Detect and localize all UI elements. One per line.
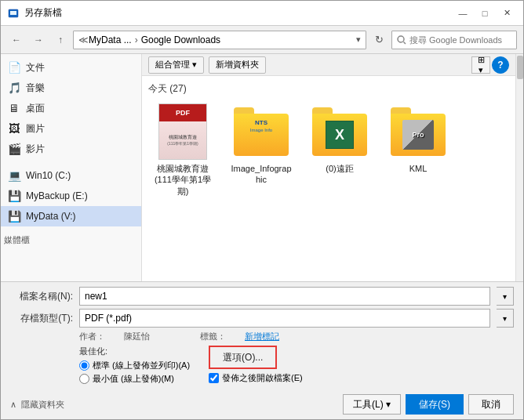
breadcrumb-part2: Google Downloads [141, 34, 220, 45]
hidden-folder-label: 隱藏資料夾 [21, 399, 64, 411]
drive-v-icon: 💾 [7, 209, 21, 223]
save-button[interactable]: 儲存(S) [406, 394, 464, 415]
action-buttons: 工具(L) ▾ 儲存(S) 取消 [343, 394, 514, 415]
sidebar-item-desktop[interactable]: 🖥 桌面 [1, 98, 141, 118]
nav-toolbar: ← → ↑ ≪ MyData ... › Google Downloads ▾ … [1, 26, 523, 54]
filename-input[interactable] [79, 287, 490, 306]
filetype-row: 存檔類型(T): PDF (*.pdf) ▾ [10, 309, 514, 328]
filetype-dropdown[interactable]: ▾ [497, 309, 514, 328]
minimize-button[interactable]: — [453, 5, 473, 22]
dialog-icon [7, 7, 20, 20]
search-box [391, 31, 517, 49]
bottom-bar: 檔案名稱(N): ▾ 存檔類型(T): PDF (*.pdf) ▾ 作者： 陳廷… [1, 281, 523, 419]
filetype-select[interactable]: PDF (*.pdf) [79, 309, 490, 328]
sidebar-item-e-drive[interactable]: 💾 MyBackup (E:) [1, 186, 141, 206]
sidebar-section-media: 媒體櫃 [1, 230, 141, 248]
dialog-title: 另存新檔 [24, 6, 453, 20]
publish-label: 發佈之後開啟檔案(E) [222, 372, 303, 384]
close-button[interactable]: ✕ [497, 5, 517, 22]
tools-button[interactable]: 工具(L) ▾ [343, 394, 401, 415]
sidebar-item-v-drive[interactable]: 💾 MyData (V:) [1, 206, 141, 226]
sidebar-item-label: MyBackup (E:) [26, 190, 88, 201]
drive-c-icon: 💻 [7, 168, 21, 183]
save-dialog: 另存新檔 — □ ✕ ← → ↑ ≪ MyData ... › Google D… [0, 0, 524, 420]
svg-rect-1 [10, 11, 16, 15]
organize-button[interactable]: 組合管理 ▾ [148, 56, 204, 74]
pictures-icon: 🖼 [7, 121, 21, 136]
folder-kml-thumbnail: Pro [390, 103, 446, 160]
scrollbar-vertical[interactable] [515, 54, 523, 281]
main-area: 📄 文件 🎵 音樂 🖥 桌面 🖼 圖片 🎬 影片 💻 [1, 54, 523, 281]
filetype-label: 存檔類型(T): [10, 312, 73, 325]
pdf-thumbnail: PDF 桃園城教育遊 (111學年第1學期) [155, 103, 211, 160]
pdf-label: 桃園城教育遊(111學年第1學期) [155, 163, 211, 197]
videos-icon: 🎬 [7, 142, 21, 156]
view-toggle-button[interactable]: ⊞ ▾ [471, 56, 490, 74]
action-bar: 組合管理 ▾ 新增資料夾 ⊞ ▾ ? [142, 54, 515, 76]
document-icon: 📄 [7, 60, 21, 74]
forward-button[interactable]: → [29, 31, 48, 49]
svg-line-3 [404, 42, 406, 44]
new-folder-button[interactable]: 新增資料夾 [209, 56, 266, 74]
author-value: 陳廷怡 [124, 331, 150, 342]
bottom-buttons-row: ∧ 隱藏資料夾 工具(L) ▾ 儲存(S) 取消 [10, 394, 514, 415]
sidebar-item-label: 圖片 [26, 122, 45, 136]
breadcrumb-expand[interactable]: ▾ [356, 34, 361, 45]
breadcrumb-part1: MyData ... [89, 34, 132, 45]
cancel-button[interactable]: 取消 [468, 394, 514, 415]
file-item-remote[interactable]: X (0)遠距 [305, 100, 374, 200]
optimize-section: 最佳化: 標準 (線上發佈並列印)(A) 最小值 (線上發佈)(M) [10, 346, 190, 386]
sidebar-item-c-drive[interactable]: 💻 Win10 (C:) [1, 165, 141, 186]
radio-standard-input[interactable] [79, 360, 89, 371]
file-item-pdf[interactable]: PDF 桃園城教育遊 (111學年第1學期) 桃園城教育遊(111學年第1學期) [148, 100, 217, 200]
hide-chevron: ∧ [10, 400, 16, 410]
options-button[interactable]: 選項(O)... [209, 346, 277, 369]
hidden-folder-section: ∧ 隱藏資料夾 [10, 399, 64, 411]
search-input[interactable] [409, 35, 511, 45]
breadcrumb[interactable]: ≪ MyData ... › Google Downloads ▾ [73, 31, 366, 49]
up-button[interactable]: ↑ [51, 31, 70, 49]
folder-remote-thumbnail: X [311, 103, 368, 160]
file-grid-container: 今天 (27) PDF 桃園城教育遊 (111學年第1學期) [142, 76, 515, 281]
section-label: 今天 (27) [148, 82, 509, 96]
sidebar-item-documents[interactable]: 📄 文件 [1, 57, 141, 78]
sidebar-item-videos[interactable]: 🎬 影片 [1, 139, 141, 159]
desktop-icon: 🖥 [7, 101, 21, 115]
radio-min-label: 最小值 (線上發佈)(M) [93, 373, 174, 385]
help-button[interactable]: ? [492, 56, 509, 74]
search-icon [397, 35, 406, 45]
optimize-title: 最佳化: [79, 346, 190, 357]
sidebar: 📄 文件 🎵 音樂 🖥 桌面 🖼 圖片 🎬 影片 💻 [1, 54, 142, 281]
window-controls: — □ ✕ [453, 5, 517, 22]
music-icon: 🎵 [7, 81, 21, 95]
radio-min-input[interactable] [79, 374, 89, 384]
refresh-button[interactable]: ↻ [369, 31, 388, 49]
file-item-infographic[interactable]: NTS Image Info Image_Infographic [227, 100, 296, 200]
sidebar-item-music[interactable]: 🎵 音樂 [1, 78, 141, 98]
infographic-label: Image_Infographic [230, 163, 293, 186]
filename-dropdown[interactable]: ▾ [497, 287, 514, 306]
tags-value: 新增標記 [245, 331, 279, 342]
publish-checkbox[interactable] [209, 373, 219, 383]
radio-min: 最小值 (線上發佈)(M) [79, 373, 190, 385]
svg-point-2 [398, 36, 404, 42]
radio-standard-label: 標準 (線上發佈並列印)(A) [93, 360, 190, 371]
radio-standard: 標準 (線上發佈並列印)(A) [79, 360, 190, 371]
back-button[interactable]: ← [7, 31, 26, 49]
kml-label: KML [409, 163, 428, 174]
folder-infographic-thumbnail: NTS Image Info [233, 103, 289, 160]
filetype-value: PDF (*.pdf) [85, 313, 485, 324]
filename-row: 檔案名稱(N): ▾ [10, 287, 514, 306]
tags-label: 標籤： [200, 331, 226, 342]
author-label: 作者： [79, 331, 105, 342]
title-bar: 另存新檔 — □ ✕ [1, 1, 523, 26]
sidebar-item-pictures[interactable]: 🖼 圖片 [1, 118, 141, 139]
media-section-label: 媒體櫃 [4, 234, 30, 246]
file-item-kml[interactable]: Pro KML [384, 100, 453, 200]
remote-label: (0)遠距 [326, 163, 353, 174]
sidebar-item-label: Win10 (C:) [26, 170, 71, 181]
maximize-button[interactable]: □ [475, 5, 495, 22]
publish-checkbox-row: 發佈之後開啟檔案(E) [209, 372, 303, 384]
optimize-options-row: 最佳化: 標準 (線上發佈並列印)(A) 最小值 (線上發佈)(M) 選項(O)… [10, 346, 514, 389]
scrollbar-thumb[interactable] [517, 56, 523, 79]
